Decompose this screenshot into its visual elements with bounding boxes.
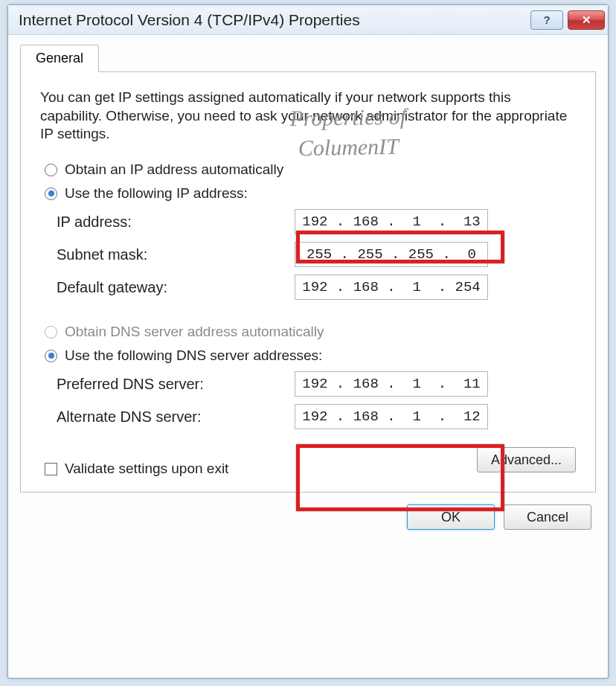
radio-ip-auto[interactable]: Obtain an IP address automatically bbox=[45, 161, 576, 178]
help-button[interactable]: ? bbox=[530, 10, 563, 30]
field-label: Preferred DNS server: bbox=[57, 376, 295, 393]
tabstrip: General bbox=[20, 44, 596, 72]
field-label: Alternate DNS server: bbox=[57, 408, 295, 426]
checkbox-validate-settings[interactable]: Validate settings upon exit bbox=[45, 461, 477, 477]
default-gateway-input[interactable]: 192 . 168 . 1 . 254 bbox=[295, 275, 488, 300]
radio-icon bbox=[45, 350, 57, 362]
window-title: Internet Protocol Version 4 (TCP/IPv4) P… bbox=[19, 11, 530, 29]
field-label: Subnet mask: bbox=[57, 246, 295, 263]
field-label: IP address: bbox=[57, 214, 295, 231]
close-icon: ✕ bbox=[582, 13, 591, 27]
close-button[interactable]: ✕ bbox=[568, 10, 605, 30]
preferred-dns-input[interactable]: 192 . 168 . 1 . 11 bbox=[295, 371, 488, 397]
radio-dns-manual[interactable]: Use the following DNS server addresses: bbox=[45, 347, 576, 364]
cancel-button[interactable]: Cancel bbox=[504, 504, 591, 530]
field-default-gateway: Default gateway: 192 . 168 . 1 . 254 bbox=[57, 275, 576, 300]
field-alternate-dns: Alternate DNS server: 192 . 168 . 1 . 12 bbox=[57, 404, 576, 429]
alternate-dns-input[interactable]: 192 . 168 . 1 . 12 bbox=[295, 404, 488, 429]
field-ip-address: IP address: 192 . 168 . 1 . 13 bbox=[57, 209, 576, 234]
dialog-buttons: OK Cancel bbox=[20, 504, 596, 530]
question-icon: ? bbox=[543, 13, 550, 26]
subnet-mask-input[interactable]: 255 . 255 . 255 . 0 bbox=[295, 242, 488, 267]
titlebar: Internet Protocol Version 4 (TCP/IPv4) P… bbox=[8, 5, 608, 35]
field-label: Default gateway: bbox=[57, 279, 295, 296]
radio-icon bbox=[45, 164, 57, 176]
tab-general[interactable]: General bbox=[20, 45, 99, 72]
radio-dns-auto: Obtain DNS server address automatically bbox=[45, 324, 576, 340]
radio-ip-manual[interactable]: Use the following IP address: bbox=[45, 185, 576, 202]
field-subnet-mask: Subnet mask: 255 . 255 . 255 . 0 bbox=[57, 242, 576, 267]
ok-button[interactable]: OK bbox=[407, 504, 495, 530]
radio-icon bbox=[45, 187, 57, 200]
client-area: General Properties of ColumenIT You can … bbox=[8, 35, 608, 542]
field-preferred-dns: Preferred DNS server: 192 . 168 . 1 . 11 bbox=[57, 371, 576, 397]
radio-label: Obtain DNS server address automatically bbox=[65, 324, 324, 340]
advanced-button[interactable]: Advanced... bbox=[477, 447, 576, 472]
tab-body: Properties of ColumenIT You can get IP s… bbox=[20, 72, 596, 493]
checkbox-label: Validate settings upon exit bbox=[65, 461, 228, 477]
ip-address-input[interactable]: 192 . 168 . 1 . 13 bbox=[295, 209, 488, 234]
checkbox-icon bbox=[45, 463, 57, 475]
radio-icon bbox=[45, 326, 57, 339]
radio-label: Use the following DNS server addresses: bbox=[65, 347, 322, 364]
radio-label: Obtain an IP address automatically bbox=[65, 161, 283, 178]
description-text: You can get IP settings assigned automat… bbox=[40, 89, 576, 144]
radio-label: Use the following IP address: bbox=[65, 185, 248, 202]
dialog-window: Internet Protocol Version 4 (TCP/IPv4) P… bbox=[7, 4, 609, 679]
